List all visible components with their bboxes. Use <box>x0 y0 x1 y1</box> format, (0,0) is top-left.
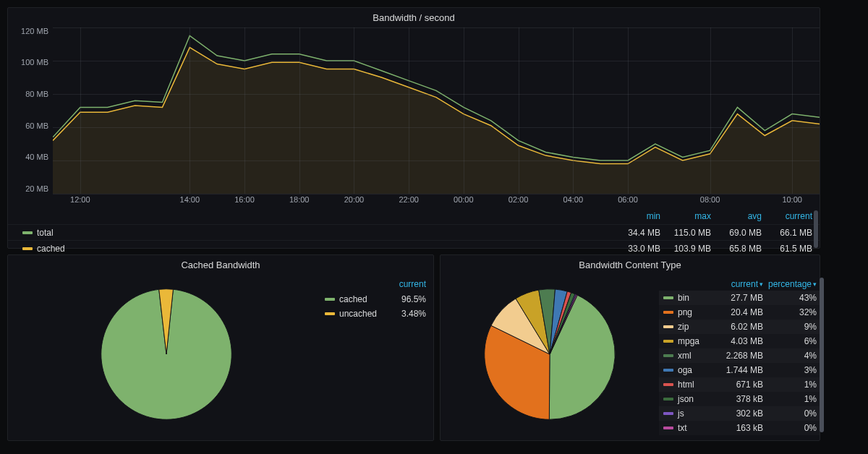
series-name: cached <box>37 244 65 254</box>
legend-header: min max avg current <box>8 208 820 224</box>
series-percent: 3% <box>763 365 817 375</box>
val-max: 103.9 MB <box>663 244 714 254</box>
val-avg: 69.0 MB <box>714 228 765 238</box>
panel-bandwidth-content-type: Bandwidth Content Type current▾ percenta… <box>440 254 820 441</box>
pie-chart[interactable] <box>441 275 659 434</box>
content-type-legend: current▾ percentage▾ bin27.7 MB43%png20.… <box>659 275 820 434</box>
pie-chart[interactable] <box>8 275 325 434</box>
series-name: js <box>678 408 684 419</box>
legend-row-js[interactable]: js302 kB0% <box>659 406 820 421</box>
series-name: zip <box>678 322 689 332</box>
legend-row-html[interactable]: html671 kB1% <box>659 377 820 392</box>
series-swatch <box>22 231 33 234</box>
scrollbar-thumb[interactable] <box>820 278 824 432</box>
series-swatch <box>663 369 673 372</box>
scrollbar-thumb[interactable] <box>814 210 818 248</box>
series-swatch <box>663 311 673 314</box>
series-swatch <box>663 325 673 328</box>
series-name: oga <box>678 365 692 375</box>
panel-title[interactable]: Bandwidth / second <box>8 8 820 27</box>
series-percent: 0% <box>763 408 817 419</box>
legend-row-txt[interactable]: txt163 kB0% <box>659 421 820 435</box>
x-tick: 12:00 <box>70 195 90 204</box>
y-tick: 80 MB <box>25 90 48 98</box>
y-tick: 100 MB <box>21 58 48 67</box>
series-name: html <box>678 380 694 390</box>
x-tick: 20:00 <box>344 195 365 204</box>
col-avg[interactable]: avg <box>714 211 765 221</box>
panel-title[interactable]: Bandwidth Content Type <box>441 255 820 275</box>
series-current: 378 kB <box>712 394 763 404</box>
series-swatch <box>663 412 673 415</box>
chevron-down-icon: ▾ <box>813 280 817 288</box>
y-tick: 60 MB <box>25 121 48 130</box>
legend-row-png[interactable]: png20.4 MB32% <box>659 305 820 320</box>
series-swatch <box>325 312 335 315</box>
x-tick: 16:00 <box>234 195 255 204</box>
legend-row-total[interactable]: total 34.4 MB 115.0 MB 69.0 MB 66.1 MB <box>8 224 820 240</box>
x-tick: 10:00 <box>782 195 802 204</box>
series-current: 2.268 MB <box>712 351 763 361</box>
x-tick: 18:00 <box>289 195 310 204</box>
series-current: 20.4 MB <box>712 307 763 317</box>
col-percentage[interactable]: percentage▾ <box>763 279 817 289</box>
legend-row-uncached[interactable]: uncached 3.48% <box>325 307 426 321</box>
series-name: total <box>37 228 54 238</box>
series-swatch <box>663 383 673 386</box>
line-chart[interactable]: 120 MB 100 MB 80 MB 60 MB 40 MB 20 MB <box>8 27 820 194</box>
legend-header: current▾ percentage▾ <box>659 279 820 291</box>
legend-row-cached[interactable]: cached 96.5% <box>325 292 426 307</box>
legend-table: min max avg current total 34.4 MB 115.0 … <box>8 208 820 256</box>
col-current[interactable]: current <box>765 211 815 221</box>
x-tick: 08:00 <box>700 195 720 204</box>
y-axis: 120 MB 100 MB 80 MB 60 MB 40 MB 20 MB <box>8 27 53 194</box>
series-current: 163 kB <box>712 423 763 433</box>
series-percent: 43% <box>763 293 817 303</box>
series-percent: 9% <box>763 322 817 332</box>
col-current[interactable]: current▾ <box>712 279 763 289</box>
val-min: 33.0 MB <box>613 244 663 254</box>
legend-row-bin[interactable]: bin27.7 MB43% <box>659 291 820 305</box>
series-swatch <box>663 398 673 401</box>
legend-row-cached[interactable]: cached 33.0 MB 103.9 MB 65.8 MB 61.5 MB <box>8 240 820 256</box>
x-axis: 12:0014:0016:0018:0020:0022:0000:0002:00… <box>53 194 820 208</box>
series-percent: 1% <box>763 394 817 404</box>
panel-title[interactable]: Cached Bandwidth <box>8 255 433 275</box>
panel-cached-bandwidth: Cached Bandwidth current cached 96.5% un… <box>7 254 434 441</box>
series-name: bin <box>678 293 689 303</box>
legend-row-oga[interactable]: oga1.744 MB3% <box>659 363 820 377</box>
pie-legend: current cached 96.5% uncached 3.48% <box>325 275 433 434</box>
y-tick: 40 MB <box>25 153 48 161</box>
series-name: txt <box>678 423 687 433</box>
series-swatch <box>663 296 673 299</box>
x-tick: 02:00 <box>509 195 529 204</box>
val-max: 115.0 MB <box>663 228 714 238</box>
legend-row-zip[interactable]: zip6.02 MB9% <box>659 320 820 334</box>
series-swatch <box>663 427 673 429</box>
series-name: json <box>678 394 694 404</box>
col-current[interactable]: current <box>386 279 426 289</box>
legend-row-json[interactable]: json378 kB1% <box>659 392 820 406</box>
series-percent: 4% <box>763 351 817 361</box>
x-tick: 14:00 <box>180 195 200 204</box>
legend-row-mpga[interactable]: mpga4.03 MB6% <box>659 334 820 348</box>
series-percent: 32% <box>763 307 817 317</box>
series-percent: 1% <box>763 380 817 390</box>
col-min[interactable]: min <box>613 211 663 221</box>
plot-area[interactable] <box>53 27 820 194</box>
x-tick: 04:00 <box>563 195 584 204</box>
legend-row-xml[interactable]: xml2.268 MB4% <box>659 348 820 363</box>
series-value: 96.5% <box>386 294 426 304</box>
val-min: 34.4 MB <box>613 228 663 238</box>
col-max[interactable]: max <box>663 211 714 221</box>
x-tick: 00:00 <box>454 195 474 204</box>
panel-bandwidth-per-second: Bandwidth / second 120 MB 100 MB 80 MB 6… <box>7 7 820 249</box>
series-name: png <box>678 307 692 317</box>
series-current: 302 kB <box>712 408 763 419</box>
legend-header: current <box>325 279 426 289</box>
series-percent: 6% <box>763 336 817 346</box>
val-current: 61.5 MB <box>765 244 815 254</box>
y-tick: 20 MB <box>25 184 48 193</box>
series-current: 1.744 MB <box>712 365 763 375</box>
x-tick: 22:00 <box>399 195 419 204</box>
